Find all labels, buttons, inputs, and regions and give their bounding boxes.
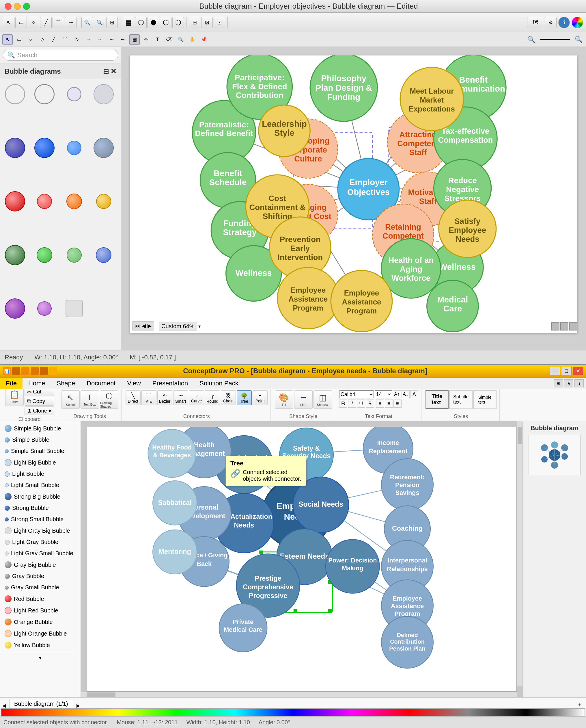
zoom-out[interactable]: 🔍 [94, 17, 105, 28]
point-btn[interactable]: •Point [252, 390, 268, 405]
shape-btn-1[interactable]: ▦ [123, 17, 134, 28]
item-light-orange[interactable]: Light Orange Bubble [0, 628, 81, 639]
arrow-shape[interactable]: → [83, 34, 94, 45]
tab-bubble-diagram[interactable]: Bubble diagram (1/1) [9, 699, 73, 708]
strikethrough-btn[interactable]: S̶ [366, 400, 374, 408]
item-strong-small[interactable]: Strong Small Bubble [0, 513, 81, 525]
drawing-shapes-btn[interactable]: ⬡ Drawing Shapes [100, 390, 118, 409]
h-scroll-thumb[interactable] [87, 693, 115, 697]
color-wheel[interactable] [571, 17, 583, 28]
menu-solution[interactable]: Solution Pack [194, 378, 244, 389]
item-light-small[interactable]: Light Small Bubble [0, 480, 81, 491]
item-light[interactable]: Light Bubble [0, 468, 81, 480]
eraser-tool[interactable]: ⌫ [164, 34, 175, 45]
direct-btn[interactable]: ╲Direct [126, 390, 140, 405]
zoom-minus[interactable]: 🔍 [526, 34, 536, 45]
zoom-slider[interactable]: ━━━━━━━━ [537, 36, 572, 43]
zoom-in[interactable]: 🔍 [81, 17, 93, 28]
star-btn[interactable]: ★ [564, 379, 573, 387]
menu-shape[interactable]: Shape [51, 378, 81, 389]
info-btn[interactable]: ℹ [575, 379, 584, 387]
arrange-btn[interactable]: ⊟ [189, 17, 200, 28]
clone-btn[interactable]: ⊕ Clone ▾ [25, 406, 54, 415]
font-family[interactable]: Calibri [339, 390, 374, 398]
bold-btn[interactable]: B [339, 400, 347, 408]
font-size-down[interactable]: A↓ [402, 390, 409, 398]
tab-add[interactable]: + [578, 702, 581, 708]
curve-btn[interactable]: ⌣Curve [189, 390, 204, 405]
pin-tool[interactable]: 📌 [198, 34, 209, 45]
item-strong-big[interactable]: Strong Big Bubble [0, 491, 81, 502]
text-box-btn[interactable]: T Text Box [81, 390, 99, 409]
rect-tool[interactable]: ▭ [15, 17, 27, 28]
color-bar[interactable] [1, 708, 585, 717]
scroll-arrow[interactable]: ▼ [0, 654, 81, 662]
dbl-arrow[interactable]: ↔ [95, 34, 105, 45]
shadow-btn[interactable]: ◫ Shadow [314, 390, 332, 409]
minimize-button[interactable] [14, 3, 21, 10]
bubble-cell-3[interactable] [61, 81, 87, 107]
item-simple-small[interactable]: Simple Small Bubble [0, 446, 81, 457]
search-field[interactable]: 🔍 Search [3, 50, 118, 61]
item-light-gray-small[interactable]: Light Gray Small Bubble [0, 548, 81, 559]
text-tool[interactable]: T [153, 34, 163, 45]
menu-file[interactable]: File [0, 378, 23, 389]
menu-home[interactable]: Home [23, 378, 51, 389]
ellipse-tool[interactable]: ○ [28, 17, 39, 28]
align-left[interactable]: ≡ [376, 400, 384, 408]
bezier-btn[interactable]: ∿Bezier [157, 390, 172, 405]
connect-tool[interactable]: ⊸ [65, 17, 77, 28]
item-simple[interactable]: Simple Bubble [0, 434, 81, 446]
rect-shape[interactable]: ▭ [14, 34, 24, 45]
item-red[interactable]: Red Bubble [0, 593, 81, 605]
settings[interactable]: ⚙ [545, 17, 557, 28]
line-shape[interactable]: ╱ [49, 34, 59, 45]
diagram-canvas[interactable]: Employer Objectives Developing Corporate… [130, 55, 577, 333]
page-btn-3[interactable] [569, 322, 577, 330]
item-light-gray[interactable]: Light Gray Bubble [0, 536, 81, 548]
bubble-cell-16[interactable] [91, 242, 116, 268]
bubble-cell-6[interactable] [32, 135, 57, 160]
bubble-cell-8[interactable] [91, 135, 116, 160]
font-size-up[interactable]: A↑ [393, 390, 401, 398]
bezier-shape[interactable]: ∿ [72, 34, 82, 45]
page-btn-1[interactable] [551, 322, 559, 330]
item-gray-big[interactable]: Gray Big Bubble [0, 559, 81, 571]
group-btn[interactable]: ⊠ [201, 17, 213, 28]
hand-tool[interactable]: ✋ [187, 34, 197, 45]
bubble-cell-9[interactable] [2, 189, 28, 214]
tab-nav-right[interactable]: ▶ [77, 703, 80, 708]
underline-btn[interactable]: U [357, 400, 365, 408]
scroll-thumb[interactable] [517, 427, 522, 444]
bubble-cell-18[interactable] [32, 296, 57, 321]
item-orange[interactable]: Orange Bubble [0, 616, 81, 628]
item-strong[interactable]: Strong Bubble [0, 502, 81, 513]
round-btn[interactable]: ╭Round [205, 390, 220, 405]
bubble-cell-10[interactable] [32, 189, 57, 214]
bubble-cell-12[interactable] [91, 189, 116, 214]
win-close[interactable]: ✕ [573, 367, 583, 375]
font-color-a[interactable]: A [410, 390, 418, 398]
close-button[interactable] [5, 3, 11, 10]
align-btn[interactable]: ⊡ [214, 17, 225, 28]
simple-style-btn[interactable]: Simpletext [473, 390, 497, 409]
bubble-cell-2[interactable] [32, 81, 57, 107]
arc-btn[interactable]: ⌒Arc [141, 390, 157, 405]
cut-btn[interactable]: ✂ Cut [25, 389, 54, 396]
page-btn-2[interactable] [560, 322, 568, 330]
item-light-big[interactable]: Light Big Bubble [0, 457, 81, 468]
search-icon-btn[interactable]: ⊞ [554, 379, 563, 387]
menu-presentation[interactable]: Presentation [146, 378, 194, 389]
canvas-area[interactable]: Employer Objectives Developing Corporate… [121, 47, 586, 350]
fill-btn[interactable]: 🎨 Fill [275, 390, 293, 409]
line-tool[interactable]: ╱ [40, 17, 52, 28]
prev-btn[interactable]: ◀ [142, 323, 146, 329]
tree-btn[interactable]: 🌳Tree [237, 390, 252, 405]
win-canvas-inner[interactable]: Tree 🔗 Connect selected objects with con… [87, 427, 517, 692]
horizontal-scrollbar[interactable] [81, 692, 517, 697]
bubble-cell-19[interactable] [61, 296, 87, 321]
zoom-display[interactable]: Custom 64% [159, 322, 197, 330]
help[interactable]: ℹ [558, 17, 570, 28]
win-maximize[interactable]: □ [561, 367, 571, 375]
maximize-button[interactable] [23, 3, 30, 10]
